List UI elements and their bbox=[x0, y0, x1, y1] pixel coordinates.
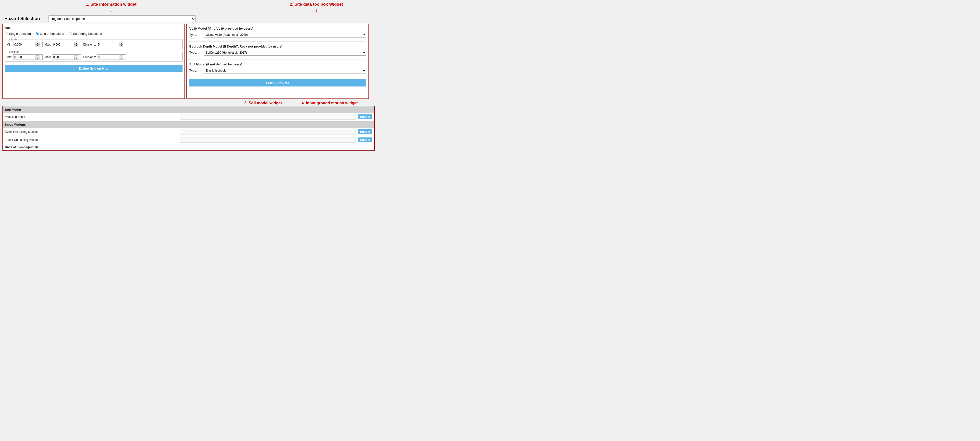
lon-max-spinners[interactable]: ▲ ▼ bbox=[74, 55, 78, 59]
lat-max-up[interactable]: ▲ bbox=[75, 42, 78, 45]
lon-max-input[interactable] bbox=[52, 55, 74, 59]
lat-min-up[interactable]: ▲ bbox=[36, 42, 40, 45]
site-widget-empty-space bbox=[5, 72, 183, 97]
modeling-script-row: Modeling Script Browse bbox=[3, 113, 374, 121]
single-location-input[interactable] bbox=[5, 32, 8, 35]
lat-min-input-wrapper[interactable]: ▲ ▼ bbox=[13, 42, 43, 47]
event-file-browse-button[interactable]: Browse bbox=[358, 129, 372, 134]
lon-max-input-wrapper[interactable]: ▲ ▼ bbox=[52, 54, 81, 60]
widget2-label: 2. Site data toolbox Widget bbox=[290, 2, 343, 7]
lat-divisions-up[interactable]: ▲ bbox=[119, 42, 123, 45]
lon-divisions-down[interactable]: ▼ bbox=[119, 57, 123, 59]
toolbox-soil-type-select[interactable]: Elastic Isotropic bbox=[204, 68, 366, 73]
lat-divisions-label: Divisions: bbox=[83, 43, 96, 46]
lat-min-input[interactable] bbox=[13, 42, 35, 47]
folder-motions-row: Folder Containing Motions Browse bbox=[3, 136, 374, 144]
hazard-selection-label: Hazard Selection bbox=[5, 16, 44, 21]
widget2-annotation: 2. Site data toolbox Widget ↓ bbox=[290, 2, 343, 14]
vs30-type-row: Type: Global Vs30 (Heath et al., 2020) bbox=[189, 32, 366, 38]
widget3-annotation: 3. Soil model widget bbox=[244, 101, 282, 105]
lat-min-label: Min: bbox=[6, 43, 12, 46]
bottom-row-widget: Soil Model Modeling Script Browse Input … bbox=[2, 106, 375, 151]
vs30-type-label: Type: bbox=[189, 33, 202, 37]
bedrock-type-row: Type: SoilGrid250 (Hengl et al., 2017) bbox=[189, 50, 366, 56]
lat-max-down[interactable]: ▼ bbox=[75, 45, 78, 47]
scattering-location-radio[interactable]: Scattering Locations bbox=[69, 32, 102, 35]
units-label: Units of Event Input File bbox=[5, 145, 38, 149]
vs30-title: Vs30 Model (if no Vs30 provided by users… bbox=[189, 27, 366, 30]
lon-divisions-input[interactable] bbox=[97, 55, 119, 59]
fetch-site-data-button[interactable]: Fetch Site Data bbox=[189, 80, 366, 86]
modeling-script-label: Modeling Script bbox=[5, 115, 178, 119]
modeling-script-input[interactable] bbox=[180, 114, 356, 119]
lat-max-input[interactable] bbox=[52, 42, 74, 47]
lon-max-item: Max: ▲ ▼ bbox=[45, 54, 81, 60]
folder-browse-button[interactable]: Browse bbox=[358, 137, 372, 142]
units-row: Units of Event Input File bbox=[3, 144, 374, 150]
lat-max-item: Max: ▲ ▼ bbox=[45, 42, 81, 47]
widget2-arrow: ↓ bbox=[315, 7, 318, 14]
lon-max-down[interactable]: ▼ bbox=[75, 57, 78, 59]
toolbox-soil-title: Soil Model (if not defined by users) bbox=[189, 62, 366, 66]
lat-min-spinners[interactable]: ▲ ▼ bbox=[35, 42, 40, 47]
soil-model-header: Soil Model bbox=[3, 106, 374, 113]
lat-max-spinners[interactable]: ▲ ▼ bbox=[74, 42, 78, 47]
bedrock-section: Bedrock Depth Model (if DepthToRock not … bbox=[189, 45, 366, 56]
soil-browse-button[interactable]: Browse bbox=[358, 115, 372, 119]
widget1-arrow: ↓ bbox=[110, 7, 113, 14]
lat-divisions-spinners[interactable]: ▲ ▼ bbox=[119, 42, 123, 47]
site-widget: Site Single Location Grid of Locations S… bbox=[2, 24, 185, 99]
toolbox-soil-section: Soil Model (if not defined by users) Typ… bbox=[189, 62, 366, 73]
folder-motions-label: Folder Containing Motions bbox=[5, 138, 178, 142]
location-type-group: Single Location Grid of Locations Scatte… bbox=[5, 32, 183, 35]
lat-divisions-item: Divisions: ▲ ▼ bbox=[83, 42, 126, 47]
lat-divisions-input-wrapper[interactable]: ▲ ▼ bbox=[97, 42, 126, 47]
lat-divisions-down[interactable]: ▼ bbox=[119, 45, 123, 47]
vs30-type-select[interactable]: Global Vs30 (Heath et al., 2020) bbox=[204, 32, 366, 38]
lon-min-label: Min: bbox=[6, 56, 12, 59]
lon-divisions-spinners[interactable]: ▲ ▼ bbox=[119, 55, 123, 59]
lat-min-down[interactable]: ▼ bbox=[36, 45, 40, 47]
bedrock-title: Bedrock Depth Model (if DepthToRock not … bbox=[189, 45, 366, 48]
grid-location-input[interactable] bbox=[36, 32, 39, 35]
widgets-row: Site Single Location Grid of Locations S… bbox=[2, 24, 375, 99]
toolbox-soil-type-label: Type: bbox=[189, 68, 202, 72]
lon-min-input[interactable] bbox=[13, 55, 35, 59]
folder-motions-input[interactable] bbox=[180, 137, 356, 143]
latitude-fields: Min: ▲ ▼ Max: bbox=[6, 42, 181, 47]
soil-model-section: Soil Model Modeling Script Browse bbox=[3, 106, 374, 121]
longitude-fields: Min: ▲ ▼ Max: bbox=[6, 54, 181, 60]
lon-divisions-item: Divisions: ▲ ▼ bbox=[83, 54, 126, 60]
lon-min-up[interactable]: ▲ bbox=[36, 55, 40, 57]
lon-max-up[interactable]: ▲ bbox=[75, 55, 78, 57]
define-grid-button[interactable]: Define Grid on Map bbox=[5, 65, 183, 72]
longitude-legend: Longitude bbox=[6, 51, 20, 53]
scattering-location-input[interactable] bbox=[69, 32, 72, 35]
lon-min-spinners[interactable]: ▲ ▼ bbox=[35, 55, 40, 59]
widget1-label: 1. Site information widget bbox=[86, 2, 137, 7]
single-location-radio[interactable]: Single Location bbox=[5, 32, 31, 35]
bottom-section: 3. Soil model widget 4. Input ground mot… bbox=[2, 100, 375, 151]
grid-location-label: Grid of Locations bbox=[40, 32, 64, 35]
hazard-dropdown[interactable]: Regional Site Response bbox=[49, 16, 196, 22]
lon-max-label: Max: bbox=[45, 56, 51, 59]
lon-divisions-up[interactable]: ▲ bbox=[119, 55, 123, 57]
bedrock-divider bbox=[189, 59, 366, 59]
widget4-annotation: 4. Input ground motion widget bbox=[302, 101, 358, 105]
bedrock-type-select[interactable]: SoilGrid250 (Hengl et al., 2017) bbox=[204, 50, 366, 56]
widget1-annotation: 1. Site information widget ↓ bbox=[86, 2, 137, 14]
top-bar: Hazard Selection Regional Site Response bbox=[2, 14, 375, 24]
latitude-group: Latitude Min: ▲ ▼ Max: bbox=[5, 38, 183, 49]
lon-min-down[interactable]: ▼ bbox=[36, 57, 40, 59]
lat-divisions-input[interactable] bbox=[97, 42, 119, 47]
input-motions-section: Input Motions Event File Listing Motions… bbox=[3, 121, 374, 150]
lat-max-input-wrapper[interactable]: ▲ ▼ bbox=[52, 42, 81, 47]
bedrock-type-label: Type: bbox=[189, 51, 202, 54]
event-file-input[interactable] bbox=[180, 129, 356, 134]
toolbox-widget: Vs30 Model (if no Vs30 provided by users… bbox=[186, 24, 369, 99]
lon-min-input-wrapper[interactable]: ▲ ▼ bbox=[13, 54, 43, 60]
lon-divisions-label: Divisions: bbox=[83, 56, 96, 59]
grid-location-radio[interactable]: Grid of Locations bbox=[36, 32, 64, 35]
lon-divisions-input-wrapper[interactable]: ▲ ▼ bbox=[97, 54, 126, 60]
hazard-dropdown-container[interactable]: Regional Site Response bbox=[49, 16, 196, 22]
